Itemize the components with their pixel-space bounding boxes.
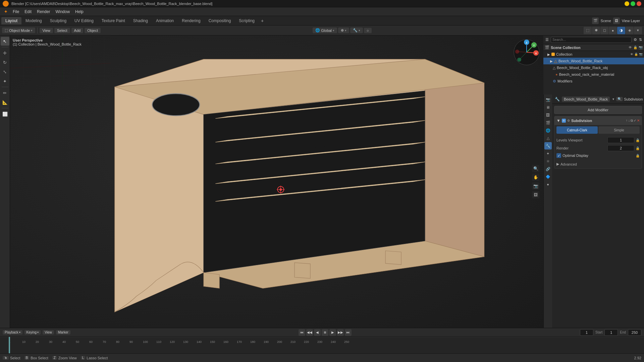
levels-viewport-value[interactable]: 1 (607, 137, 634, 143)
zoom-viewport-icon[interactable]: 🔍 (532, 165, 539, 172)
properties-mod-search-icon[interactable]: 🔍 (616, 97, 623, 101)
render-viewport-icon[interactable]: 🖼 (532, 191, 539, 198)
modifier-visibility-icon[interactable]: 👁 (562, 119, 566, 123)
snap-toggle[interactable]: 🔧 ▾ (350, 27, 363, 33)
mod-down-icon[interactable]: ↓ (628, 119, 630, 123)
step-forward-button[interactable]: ▶▶ (337, 329, 344, 336)
optimal-display-checkbox[interactable]: ✓ (556, 153, 561, 158)
step-back-button[interactable]: ◀ (314, 329, 321, 336)
mod-copy-icon[interactable]: ⧉ (631, 119, 633, 123)
timeline-ruler[interactable]: 1 10 20 30 40 50 60 70 80 90 100 110 120… (0, 337, 644, 353)
add-menu[interactable]: Add (71, 28, 84, 33)
end-frame-input[interactable]: 250 (628, 329, 641, 336)
measure-tool-button[interactable]: 📐 (1, 98, 9, 107)
modifier-expand-icon[interactable]: ▼ (556, 118, 560, 123)
gizmo-toggle[interactable]: ✱ (592, 27, 600, 34)
tab-modeling[interactable]: Modeling (21, 17, 46, 24)
transform-pivot[interactable]: ⊕ ▾ (338, 27, 349, 33)
scene-selector-icon[interactable]: 🎬 (592, 17, 599, 24)
current-frame-input[interactable]: 1 (580, 329, 593, 336)
prop-render-icon[interactable]: 📷 (544, 96, 552, 103)
prop-data-icon[interactable]: 🔷 (544, 173, 552, 180)
add-workspace-tab-button[interactable]: + (259, 17, 266, 24)
prop-physics-icon[interactable]: ⚛ (544, 158, 552, 165)
outliner-item-bottle-rack[interactable]: ▶ △ Beech_Wood_Bottle_Rack (543, 58, 644, 64)
shading-options[interactable]: ▾ (634, 27, 642, 34)
scene-collection-render[interactable]: 📷 (639, 46, 643, 49)
tab-shading[interactable]: Shading (129, 17, 152, 24)
viewport-shading-render[interactable]: ◈ (626, 27, 634, 34)
start-frame-input[interactable]: 1 (604, 329, 618, 336)
prop-world-icon[interactable]: 🌐 (544, 127, 552, 134)
catmull-clark-button[interactable]: Catmull-Clark (556, 126, 598, 134)
col-lock-icon[interactable]: 🔒 (634, 53, 638, 56)
keying-menu[interactable]: Keying ▾ (24, 330, 41, 335)
outliner-item-modifiers[interactable]: ⚙ Modifiers (543, 78, 644, 84)
viewport-shading-wire[interactable]: ◻ (600, 27, 608, 34)
playback-menu[interactable]: Playback ▾ (3, 330, 22, 335)
stop-button[interactable]: ⏹ (322, 329, 328, 336)
viewport-overlay-toggle[interactable]: ⬚ (584, 27, 592, 34)
transform-tool-button[interactable]: ✦ (1, 77, 9, 85)
axis-gizmo[interactable]: Y X Z (513, 39, 540, 66)
mod-up-icon[interactable]: ↑ (626, 119, 628, 123)
outliner-filter-options-icon[interactable]: ⚙ (634, 38, 637, 42)
scale-tool-button[interactable]: ⤡ (1, 67, 9, 76)
outliner-item-material[interactable]: ● Beech_wood_rack_wine_material (543, 71, 644, 78)
menu-blender[interactable]: ✦ (1, 9, 10, 15)
outliner-item-collection[interactable]: ▶ Collection 👁 🔒 📷 (543, 51, 644, 58)
prop-object-icon[interactable]: △ (544, 134, 552, 142)
select-tool-button[interactable]: ↖ (1, 37, 9, 46)
play-button[interactable]: ▶ (329, 329, 336, 336)
view-menu-timeline[interactable]: View (43, 330, 54, 335)
pan-viewport-icon[interactable]: ✋ (532, 174, 539, 181)
prop-output-icon[interactable]: 🖥 (544, 104, 552, 111)
minimize-button[interactable] (625, 1, 629, 6)
tab-uv-editing[interactable]: UV Editing (70, 17, 98, 24)
jump-end-button[interactable]: ⏭ (345, 329, 352, 336)
move-tool-button[interactable]: ✛ (1, 49, 9, 57)
optimal-display-lock[interactable]: 🔒 (636, 154, 640, 158)
scene-collection-visibility[interactable]: 👁 (629, 46, 632, 49)
viewport-shading-solid[interactable]: ● (609, 27, 617, 34)
mod-delete-icon[interactable]: ✕ (637, 119, 640, 123)
prop-constraints-icon[interactable]: 🔗 (544, 165, 552, 173)
col-visibility-icon[interactable]: 👁 (630, 53, 633, 56)
marker-menu[interactable]: Marker (56, 330, 70, 335)
object-mode-selector[interactable]: ⬚ Object Mode ▾ (2, 27, 35, 33)
menu-render[interactable]: Render (34, 9, 53, 15)
outliner-item-rack-obj[interactable]: △ Beech_Wood_Bottle_Rack_obj (543, 64, 644, 71)
tab-layout[interactable]: Layout (1, 17, 21, 24)
prop-modifier-icon active[interactable]: 🔧 (544, 142, 552, 149)
viewport-shading-material[interactable]: ◑ (617, 27, 625, 34)
tab-sculpting[interactable]: Sculpting (46, 17, 70, 24)
viewport-canvas[interactable]: User Perspective (1) Collection | Beech_… (10, 36, 543, 328)
annotate-tool-button[interactable]: ✏ (1, 88, 9, 97)
proportional-editing[interactable]: ○ (364, 28, 372, 33)
prop-view-layer-icon[interactable]: 🖼 (544, 111, 552, 119)
rotate-tool-button[interactable]: ↻ (1, 58, 9, 67)
view-layer-icon[interactable]: 🖼 (613, 17, 620, 24)
simple-button[interactable]: Simple (598, 126, 640, 134)
transform-orientation[interactable]: 🌐 Global ▾ (313, 27, 337, 33)
tab-compositing[interactable]: Compositing (205, 17, 235, 24)
advanced-toggle[interactable]: ▶ Advanced (556, 162, 640, 166)
prop-particles-icon[interactable]: ✦ (544, 150, 552, 157)
prev-keyframe-button[interactable]: ◀◀ (306, 329, 313, 336)
add-modifier-button[interactable]: Add Modifier (554, 106, 642, 114)
col-render-icon[interactable]: 📷 (639, 53, 643, 56)
scene-collection-restrict[interactable]: 🔒 (633, 46, 637, 49)
outliner-search-input[interactable] (551, 37, 632, 43)
jump-start-button[interactable]: ⏮ (299, 329, 305, 336)
view-menu[interactable]: View (40, 28, 53, 33)
tab-animation[interactable]: Animation (152, 17, 178, 24)
prop-material-icon[interactable]: ● (544, 181, 552, 188)
tab-scripting[interactable]: Scripting (235, 17, 259, 24)
render-lock[interactable]: 🔒 (636, 146, 640, 150)
menu-window[interactable]: Window (53, 9, 72, 15)
prop-scene-icon[interactable]: 🎬 (544, 119, 552, 126)
modifier-enable-toggle[interactable]: ⚙ (567, 119, 570, 122)
tab-rendering[interactable]: Rendering (178, 17, 204, 24)
menu-help[interactable]: Help (72, 9, 86, 15)
camera-viewport-icon[interactable]: 📷 (532, 182, 539, 190)
